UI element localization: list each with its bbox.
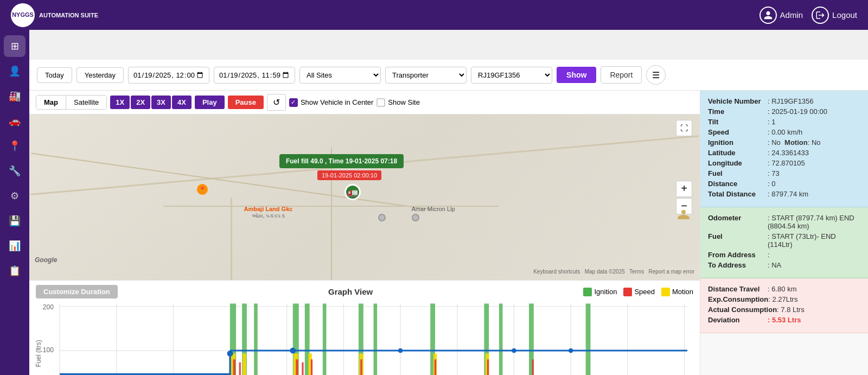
svg-rect-41 <box>239 363 241 375</box>
longitude-label: Longitude <box>708 159 768 167</box>
latitude-label: Latitude <box>708 149 768 157</box>
speed-3x-button[interactable]: 3X <box>151 96 171 109</box>
svg-point-49 <box>227 351 233 357</box>
sidebar-item-config[interactable]: ⚙ <box>4 185 25 207</box>
logo-icon: NYGGS <box>11 3 35 27</box>
report-button[interactable]: Report <box>601 66 642 84</box>
svg-text:100: 100 <box>43 346 54 354</box>
transporter-select[interactable]: Transporter <box>385 67 467 84</box>
vehicle-number-label: Vehicle Number <box>708 97 768 105</box>
play-button[interactable]: Play <box>195 96 225 109</box>
show-vehicle-center-label[interactable]: ✓ Show Vehicle in Center <box>289 98 373 107</box>
date-start-input[interactable] <box>128 67 209 84</box>
from-address-value: : <box>768 251 770 259</box>
sidebar-item-save[interactable]: 💾 <box>4 210 25 232</box>
tilt-row: Tilt : 1 <box>708 118 860 126</box>
show-vehicle-center-checkbox[interactable]: ✓ <box>289 98 298 107</box>
today-button[interactable]: Today <box>37 67 72 83</box>
vehicle-dot[interactable]: 🚛 <box>344 184 361 200</box>
show-site-label[interactable]: Show Site <box>376 98 420 107</box>
svg-text:200: 200 <box>43 303 54 311</box>
zoom-in-button[interactable]: + <box>676 181 692 197</box>
deviation-row: Deviation : 5.53 Ltrs <box>708 316 860 324</box>
map-tab[interactable]: Map <box>36 96 66 109</box>
menu-button[interactable]: ☰ <box>646 65 666 85</box>
svg-point-50 <box>290 348 296 354</box>
to-address-value: : NA <box>768 261 781 269</box>
fullscreen-button[interactable]: ⛶ <box>676 120 692 136</box>
graph-container: 200 100 0 Fuel (ltrs) <box>36 301 693 375</box>
svg-rect-45 <box>360 359 362 375</box>
longitude-row: Longitude : 72.870105 <box>708 159 860 167</box>
graph-area: Customize Duration Graph View Ignition S… <box>29 280 700 375</box>
svg-rect-40 <box>233 359 235 375</box>
pause-button[interactable]: Pause <box>228 96 264 109</box>
fuel-value: : 73 <box>768 169 780 177</box>
graph-header: Customize Duration Graph View Ignition S… <box>36 285 693 298</box>
speed-1x-button[interactable]: 1X <box>110 96 130 109</box>
logout-button[interactable]: Logout <box>812 7 857 24</box>
fuel-row: Fuel : 73 <box>708 169 860 177</box>
total-distance-label: Total Distance <box>708 190 768 198</box>
svg-rect-27 <box>374 303 378 375</box>
vehicle-icon: 🚛 <box>347 187 358 198</box>
exp-consumption-value: : 2.27Ltrs <box>768 295 797 303</box>
left-side: Map Satellite 1X 2X 3X 4X Play Pause ↺ ✓… <box>29 91 700 375</box>
street-view-icon[interactable] <box>675 208 692 226</box>
logout-icon <box>812 7 829 24</box>
sidebar-item-vehicles[interactable]: 🚗 <box>4 110 25 132</box>
reset-button[interactable]: ↺ <box>267 94 286 111</box>
customize-duration-button[interactable]: Customize Duration <box>36 285 118 298</box>
speed-4x-button[interactable]: 4X <box>172 96 192 109</box>
time-value: : 2025-01-19 00:00 <box>768 107 827 116</box>
satellite-tab[interactable]: Satellite <box>66 96 106 109</box>
speed-label: Speed <box>708 128 768 136</box>
show-site-checkbox[interactable] <box>376 98 385 107</box>
show-button[interactable]: Show <box>557 67 596 83</box>
google-logo: Google <box>35 256 57 264</box>
map-area[interactable]: Ambaji Land Gkc ઓઢવ, ૫-5 ૬૫ 5 Amar Micro… <box>29 115 700 280</box>
route-dot-2 <box>412 214 419 221</box>
sidebar-item-factory[interactable]: 🏭 <box>4 85 25 107</box>
tilt-label: Tilt <box>708 118 768 126</box>
speed-row: Speed : 0.00 km/h <box>708 128 860 136</box>
vehicle-info-section: Vehicle Number : RJ19GF1356 Time : 2025-… <box>700 91 868 207</box>
svg-rect-46 <box>435 359 436 375</box>
nav-right: Admin Logout <box>760 7 857 24</box>
sites-select[interactable]: All Sites <box>299 67 381 84</box>
road-v1 <box>231 198 232 281</box>
admin-icon <box>760 7 777 24</box>
to-address-label: To Address <box>708 261 768 269</box>
fuel-range-row: Fuel : START (73Ltr)- END (114Ltr) <box>708 232 860 249</box>
svg-rect-30 <box>499 303 503 375</box>
sidebar-item-settings[interactable]: 🔧 <box>4 160 25 182</box>
svg-rect-25 <box>323 303 327 375</box>
vehicle-select[interactable]: RJ19GF1356 <box>471 67 552 84</box>
vehicle-marker[interactable]: Fuel fill 49.0 , Time 19-01-2025 07:18 1… <box>344 184 361 200</box>
svg-rect-34 <box>242 353 246 375</box>
sidebar-item-reports[interactable]: 📊 <box>4 235 25 257</box>
svg-point-52 <box>512 348 516 353</box>
total-distance-row: Total Distance : 8797.74 km <box>708 190 860 198</box>
admin-label: Admin <box>780 10 803 20</box>
speed-2x-button[interactable]: 2X <box>131 96 150 109</box>
latitude-value: : 24.3361433 <box>768 149 809 157</box>
ignition-value: : No Motion: No <box>768 138 821 147</box>
date-end-input[interactable] <box>214 67 295 84</box>
svg-rect-47 <box>487 359 489 375</box>
yesterday-button[interactable]: Yesterday <box>76 67 124 83</box>
from-address-label: From Address <box>708 251 768 259</box>
sidebar-item-list[interactable]: 📋 <box>4 260 25 282</box>
svg-rect-44 <box>311 359 312 375</box>
top-nav: NYGGS AUTOMATION SUITE Admin Logout <box>0 0 868 30</box>
sidebar-item-location[interactable]: 📍 <box>4 135 25 157</box>
graph-legend: Ignition Speed Motion <box>583 288 693 296</box>
map-controls: Map Satellite 1X 2X 3X 4X Play Pause ↺ ✓… <box>29 91 700 115</box>
total-distance-value: : 8797.74 km <box>768 190 808 198</box>
sidebar-item-users[interactable]: 👤 <box>4 60 25 82</box>
time-row: Time : 2025-01-19 00:00 <box>708 107 860 116</box>
map-background: Ambaji Land Gkc ઓઢવ, ૫-5 ૬૫ 5 Amar Micro… <box>29 115 700 280</box>
vehicle-number-value: : RJ19GF1356 <box>768 97 814 105</box>
sidebar-item-dashboard[interactable]: ⊞ <box>4 35 25 57</box>
location-pin: 📍 <box>197 184 208 195</box>
